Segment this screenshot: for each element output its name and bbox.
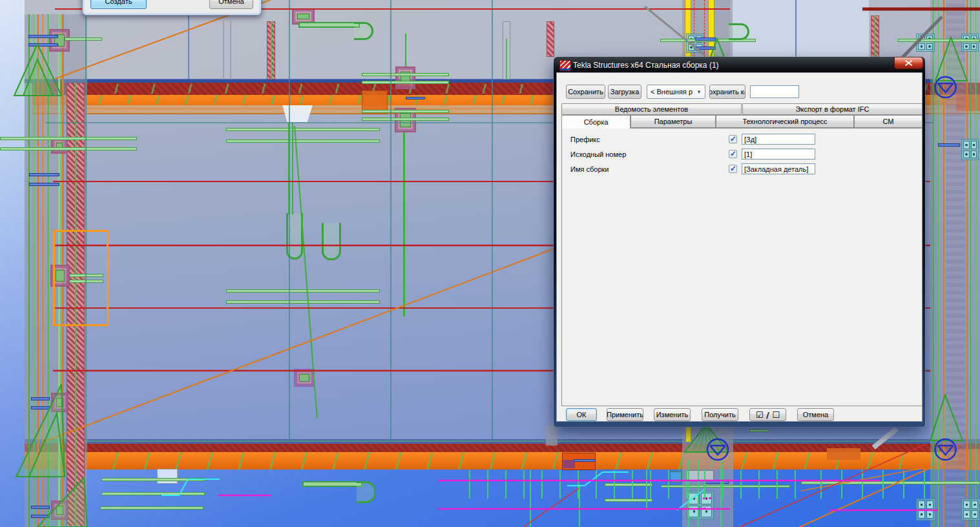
chevron-down-icon: ▼ [696, 89, 702, 95]
tab-content: Префикс Исходный номер Имя сборки [561, 128, 923, 406]
bolt-plate[interactable] [916, 34, 935, 52]
bolt-plate[interactable] [961, 499, 980, 521]
ok-button[interactable]: ОК [566, 408, 597, 421]
beam-accent [827, 448, 860, 460]
bolt-bar [31, 506, 50, 509]
embed-plate[interactable] [294, 369, 315, 387]
cancel-button[interactable]: Отмена [209, 0, 253, 9]
dialog-client: Сохранить Загрузка < Внешняя р ▼ Сохрани… [556, 72, 923, 422]
magenta-dot [703, 508, 706, 510]
rebar-line [271, 21, 272, 79]
create-dialog: Создать Отмена [82, 0, 262, 16]
rebar-bar [362, 81, 449, 84]
lifting-hook[interactable] [729, 23, 749, 40]
rebar-bar [362, 73, 449, 76]
rod [405, 34, 406, 67]
embed-plate[interactable] [51, 501, 68, 520]
start-number-checkbox[interactable] [729, 150, 737, 158]
bolt-bar [695, 46, 716, 50]
bolt-plate[interactable] [961, 139, 979, 160]
rebar-bar [65, 37, 102, 41]
tab-element-list[interactable]: Ведомость элементов [561, 103, 742, 115]
apply-button[interactable]: Применить [607, 408, 643, 421]
lifting-hook[interactable] [357, 481, 376, 503]
rebar-hook[interactable] [322, 223, 341, 260]
create-button[interactable]: Создать [90, 0, 147, 9]
rebar-bar [362, 110, 449, 113]
rebar-bar [0, 147, 137, 150]
rebar-vertical [720, 460, 722, 527]
embed-plate[interactable] [395, 67, 415, 89]
lifting-hook[interactable] [354, 22, 373, 40]
rebar-line [874, 16, 875, 57]
rebar-bar [0, 137, 137, 140]
lifting-hook[interactable] [302, 481, 362, 487]
bolt-bar [938, 143, 960, 147]
start-number-input[interactable] [742, 149, 815, 160]
rebar-line [506, 39, 507, 79]
bolt-plate[interactable] [686, 34, 704, 53]
rebar-ticks [452, 470, 798, 499]
close-icon [905, 60, 912, 66]
bolt-bar [574, 459, 596, 462]
tab-process[interactable]: Технологический процесс [716, 115, 854, 128]
bolt-plate[interactable] [916, 499, 935, 521]
bolt-plate[interactable] [961, 34, 979, 52]
tab-assembly[interactable]: Сборка [561, 115, 631, 129]
rebar-bar [605, 499, 652, 502]
modify-button[interactable]: Изменить [654, 408, 691, 421]
prefix-input[interactable] [742, 134, 815, 145]
preset-name-input[interactable] [750, 85, 799, 98]
assembly-dialog: Tekla Structures x64 Стальная сборка (1)… [554, 57, 925, 427]
hook-stem [292, 123, 293, 214]
tab-cm[interactable]: СМ [854, 115, 923, 128]
selection-highlight[interactable] [53, 230, 109, 326]
hanging-rod [403, 132, 405, 316]
hook-stem [288, 123, 289, 214]
start-number-label: Исходный номер [570, 150, 626, 158]
viewport[interactable]: Создать Отмена Tekla Structures x64 Стал… [0, 0, 980, 527]
bolt-bar [28, 43, 58, 46]
rebar-yellow [686, 425, 691, 442]
bolt-bar [31, 406, 50, 409]
rebar-bar [226, 300, 380, 304]
prefix-checkbox[interactable] [729, 135, 737, 143]
rebar-bar [101, 492, 205, 495]
close-button[interactable] [894, 57, 923, 69]
rebar-bar [362, 118, 449, 121]
dialog-title: Tekla Structures x64 Стальная сборка (1) [573, 59, 719, 71]
embed-plate[interactable] [51, 393, 68, 412]
lifting-hook[interactable] [298, 22, 360, 28]
rebar-vertical [579, 484, 580, 527]
get-button[interactable]: Получить [702, 408, 738, 421]
rebar-bar [100, 506, 203, 510]
rebar-vertical [646, 470, 647, 510]
assembly-name-label: Имя сборки [570, 165, 609, 173]
green-edge-line [45, 440, 933, 442]
bolt-bar [29, 173, 59, 176]
rebar-bar [898, 39, 980, 42]
panel-notch [157, 469, 178, 484]
dialog-cancel-button[interactable]: Отмена [797, 408, 834, 421]
tab-ifc-export[interactable]: Экспорт в формат IFC [742, 103, 923, 115]
rebar-vertical [698, 460, 699, 527]
tab-parameters[interactable]: Параметры [631, 115, 716, 128]
rebar-vertical [530, 470, 531, 527]
column-stub [546, 425, 558, 446]
assembly-name-checkbox[interactable] [729, 165, 737, 173]
tekla-logo-icon [559, 60, 571, 71]
load-button[interactable]: Загрузка [608, 85, 641, 99]
bolt-bar [31, 397, 50, 400]
bolt-bar [695, 37, 716, 41]
prefix-label: Префикс [570, 136, 600, 143]
bolt-bar [28, 35, 58, 38]
rebar-hook[interactable] [286, 213, 303, 260]
rebar-ticks [801, 470, 930, 499]
toggle-all-checkboxes-button[interactable]: ☑ / ☐ [749, 408, 786, 421]
preset-combobox[interactable]: < Внешняя р ▼ [647, 85, 705, 99]
save-as-button[interactable]: Сохранить как [709, 85, 745, 99]
column-right[interactable] [930, 0, 980, 527]
assembly-name-input[interactable] [742, 163, 815, 174]
save-button[interactable]: Сохранить [566, 85, 605, 99]
rebar-bar [226, 140, 380, 143]
